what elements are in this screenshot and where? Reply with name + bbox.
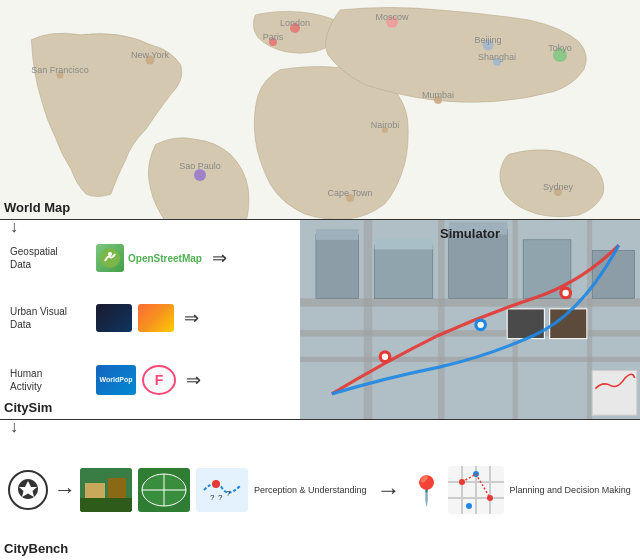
osm-text: OpenStreetMap	[128, 253, 202, 264]
human-activity-row: HumanActivity WorldPop F ⇒	[10, 365, 290, 395]
osm-brand: OpenStreetMap	[96, 244, 202, 272]
perception-label: Perception & Understanding	[254, 485, 367, 495]
svg-rect-12	[374, 245, 432, 298]
city-map-thumb	[448, 466, 504, 514]
city-label-london: London	[280, 18, 310, 28]
urban-visual-row: Urban VisualData ⇒	[10, 304, 290, 332]
world-map-label: World Map	[4, 200, 70, 215]
city-label-mumbai: Mumbai	[422, 90, 454, 100]
city-label-san-francisco: San Francisco	[31, 65, 89, 75]
citybench-section: → ?	[0, 420, 640, 560]
svg-point-23	[477, 322, 483, 328]
visual-arrow: ⇒	[184, 307, 199, 329]
svg-text:?: ?	[226, 489, 231, 498]
svg-rect-10	[316, 235, 359, 299]
citybench-label: CityBench	[4, 541, 68, 556]
svg-point-49	[466, 503, 472, 509]
svg-rect-11	[316, 229, 359, 240]
osm-arrow: ⇒	[212, 247, 227, 269]
svg-rect-6	[364, 220, 373, 419]
svg-point-36	[212, 480, 220, 488]
svg-rect-26	[592, 371, 637, 416]
geospatial-row: GeospatialData OpenStreetMap ⇒	[10, 244, 290, 272]
city-label-cape-town: Cape Town	[328, 188, 373, 198]
geospatial-label: GeospatialData	[10, 245, 90, 271]
city-label-tokyo: Tokyo	[548, 43, 572, 53]
scene-thumb	[80, 468, 132, 512]
svg-rect-35	[196, 468, 248, 512]
worldpop-thumb: WorldPop	[96, 365, 136, 395]
simulator-label: Simulator	[440, 226, 500, 241]
svg-rect-13	[374, 239, 432, 250]
openai-icon	[8, 470, 48, 510]
section-arrow-2: ↓	[10, 418, 18, 436]
scene-col	[80, 468, 132, 512]
citysim-left: GeospatialData OpenStreetMap ⇒ Urban Vis…	[0, 220, 300, 419]
bench-arrow-1: →	[54, 477, 76, 503]
urban-visual-label: Urban VisualData	[10, 305, 90, 331]
night-thumb	[138, 304, 174, 332]
location-pin-icon: 📍	[409, 474, 444, 507]
activity-arrow: ⇒	[186, 369, 201, 391]
planning-label: Planning and Decision Making	[510, 485, 631, 495]
city-label-paris: Paris	[263, 32, 284, 42]
svg-point-25	[562, 290, 568, 296]
bench-arrow-2: →	[377, 476, 401, 504]
svg-rect-30	[80, 498, 132, 512]
map-thumb-col: ? ? ?	[196, 468, 248, 512]
city-label-sydney: Sydney	[543, 182, 573, 192]
city-label-shanghai: Shanghai	[478, 52, 516, 62]
svg-text:?: ?	[218, 493, 223, 502]
satellite-thumb	[96, 304, 132, 332]
city-label-moscow: Moscow	[375, 12, 408, 22]
citysim-section: GeospatialData OpenStreetMap ⇒ Urban Vis…	[0, 220, 640, 420]
world-map-section: LondonParisMoscowBeijingShanghaiTokyoMum…	[0, 0, 640, 220]
sports-col	[138, 468, 190, 512]
city-label-nairobi: Nairobi	[371, 120, 400, 130]
openai-col	[8, 470, 48, 510]
city-map-col	[448, 466, 504, 514]
pin-col: 📍	[409, 474, 444, 507]
section-arrow-1: ↓	[10, 218, 18, 236]
city-label-sao-paulo: Sao Paulo	[179, 161, 221, 171]
foursquare-thumb: F	[142, 365, 176, 395]
svg-point-21	[382, 354, 388, 360]
question-map-thumb: ? ? ?	[196, 468, 248, 512]
svg-text:?: ?	[210, 493, 215, 502]
human-activity-label: HumanActivity	[10, 367, 90, 393]
city-label-beijing: Beijing	[474, 35, 501, 45]
osm-logo	[96, 244, 124, 272]
svg-point-1	[108, 252, 112, 256]
svg-rect-9	[587, 220, 592, 419]
svg-rect-7	[438, 220, 444, 419]
sim-image	[300, 220, 640, 419]
sports-thumb	[138, 468, 190, 512]
simulator-panel: Simulator	[300, 220, 640, 419]
svg-point-48	[487, 495, 493, 501]
city-label-new-york: New York	[131, 50, 169, 60]
citysim-label: CitySim	[4, 400, 52, 415]
